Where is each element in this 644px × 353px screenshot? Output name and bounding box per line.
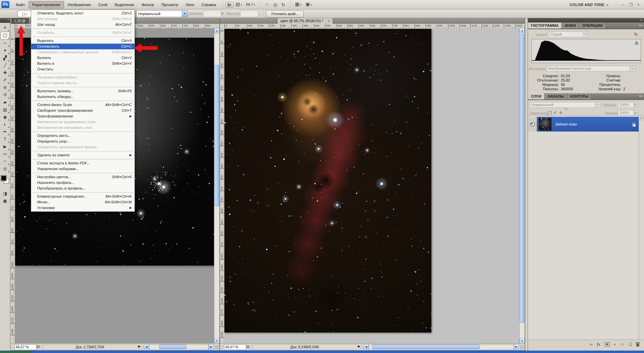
delete-layer-icon[interactable] <box>636 343 639 347</box>
type-tool[interactable]: T <box>1 136 9 143</box>
menu-item-управление-наборами-[interactable]: Управление наборами... <box>31 166 135 172</box>
eyedropper-tool[interactable]: ╱ <box>1 62 9 69</box>
swap-dimensions-icon[interactable]: ⇄ <box>221 11 224 16</box>
path-selection-tool[interactable]: ▶ <box>1 143 9 150</box>
lock-all-icon[interactable] <box>565 110 568 114</box>
vertical-scrollbar[interactable]: ▲ ▼ <box>519 28 525 344</box>
chevron-down-icon[interactable]: ▼ <box>583 32 589 37</box>
scroll-up-icon[interactable]: ▲ <box>639 115 644 120</box>
quick-selection-tool[interactable]: ✦ <box>1 47 9 54</box>
channel-select[interactable]: Серый ▼ <box>549 32 589 37</box>
scroll-up-icon[interactable]: ▲ <box>520 28 525 33</box>
adjustment-layer-icon[interactable]: ◐ <box>614 342 616 347</box>
crop-tool[interactable]: ▞ <box>1 54 9 62</box>
tools-collapse-button[interactable]: » <box>0 18 10 23</box>
document-tab-color[interactable]: цвет @ 66,7% (RGB/16) * × <box>277 18 333 24</box>
opacity-spinner-icon[interactable]: ▶ <box>634 102 638 108</box>
horizontal-scrollbar[interactable] <box>149 344 209 350</box>
histogram-tab-инфо[interactable]: ИНФО <box>562 22 579 29</box>
history-brush-tool[interactable]: ↺ <box>1 91 9 99</box>
menu-item-преобразовать-в-профиль-[interactable]: Преобразовать в профиль... <box>31 186 135 191</box>
layers-tab-каналы[interactable]: КАНАЛЫ <box>545 93 567 99</box>
menubar-item-Выделение[interactable]: Выделение <box>111 1 138 8</box>
menu-item-шаг-назад[interactable]: Шаг назадAlt+Ctrl+Z <box>31 22 135 28</box>
scroll-left-icon[interactable]: ◀ <box>144 344 149 349</box>
scroll-right-icon[interactable]: ▶ <box>209 344 214 349</box>
scrollbar-thumb[interactable] <box>520 34 524 323</box>
menubar-item-Окно[interactable]: Окно <box>182 1 198 8</box>
status-flyout-icon[interactable]: ▶ <box>358 345 360 348</box>
healing-brush-tool[interactable]: ✚ <box>1 69 9 77</box>
pen-tool[interactable]: ✒ <box>1 128 9 136</box>
horsehead-nebula-image[interactable] <box>224 29 431 333</box>
menu-item-вырезать[interactable]: ВырезатьCtrl+X <box>31 38 135 44</box>
histogram-panel-menu-icon[interactable]: ▼≡ <box>639 24 643 27</box>
document-tab-label[interactable]: цвет @ 66,7% (RGB/16) * <box>280 19 323 23</box>
magnifier-icon[interactable]: ◎ <box>271 1 279 8</box>
layer-visibility-toggle[interactable] <box>528 117 537 132</box>
document-tab-ltif[interactable]: L.tif @ <box>11 18 29 24</box>
panel-collapse-button[interactable]: » <box>528 18 644 22</box>
bridge-button[interactable]: Br <box>225 2 233 7</box>
menu-item-отменить-выделить-холст[interactable]: Отменить: Выделить холстCtrl+Z <box>31 10 135 16</box>
resize-grip[interactable] <box>520 345 524 350</box>
layer-name[interactable]: Задний план <box>553 122 633 126</box>
menu-item-меню-[interactable]: Меню...Alt+Shift+Ctrl+M <box>31 199 135 205</box>
foreground-color-swatch[interactable] <box>1 175 6 181</box>
layer-effects-icon[interactable]: fx <box>597 342 600 347</box>
height-input[interactable] <box>240 10 258 17</box>
hand-icon[interactable]: ☞ <box>263 1 271 8</box>
menubar-item-Фильтр[interactable]: Фильтр <box>138 1 158 8</box>
menu-item-определить-узор-[interactable]: Определить узор... <box>31 139 135 144</box>
menu-item-свободное-трансформирование[interactable]: Свободное трансформированиеCtrl+T <box>31 108 135 113</box>
layer-row-background[interactable]: Задний план <box>528 117 639 132</box>
menubar-item-Редактирование[interactable]: Редактирование <box>29 1 64 8</box>
layers-tab-контуры[interactable]: КОНТУРЫ <box>567 93 592 99</box>
window-minimize-button[interactable]: ─ <box>619 2 627 7</box>
menu-item-выполнить-заливку-[interactable]: Выполнить заливку...Shift+F5 <box>31 88 135 94</box>
layer-thumbnail[interactable] <box>537 118 553 131</box>
resize-grip[interactable] <box>215 345 219 350</box>
view-extras-icon[interactable]: ▤▾ <box>233 0 244 9</box>
move-tool[interactable]: ✛ <box>1 24 9 32</box>
menu-item-установки[interactable]: Установки▶ <box>31 205 135 211</box>
shape-tool[interactable]: ▭ <box>1 150 9 158</box>
width-input[interactable] <box>203 10 221 17</box>
window-restore-button[interactable]: ❐ <box>627 2 635 7</box>
chevron-down-icon[interactable]: ▼ <box>182 11 187 17</box>
scroll-up-icon[interactable]: ▲ <box>214 28 219 33</box>
layer-group-icon[interactable]: ▱ <box>621 342 624 347</box>
rectangular-marquee-tool[interactable]: ▢ <box>0 32 10 40</box>
color-image-area[interactable] <box>224 29 431 333</box>
scrollbar-thumb[interactable] <box>215 65 219 206</box>
zoom-level-value[interactable]: 66,7 <box>246 2 253 6</box>
blend-mode-select[interactable]: Нормальный ▼ <box>530 102 601 108</box>
histogram-tab-операции[interactable]: ОПЕРАЦИИ <box>579 22 606 29</box>
menu-item-клавиатурные-сокращения-[interactable]: Клавиатурные сокращения...Alt+Shift+Ctrl… <box>31 194 135 199</box>
lasso-tool[interactable]: ∽ <box>1 40 9 47</box>
cached-data-warning-icon[interactable]: ! <box>634 41 639 45</box>
tab-close-icon[interactable]: × <box>328 19 330 23</box>
menu-item-вклеить-в[interactable]: Вклеить вShift+Ctrl+V <box>31 61 135 66</box>
menu-item-очистить[interactable]: Очистить <box>31 66 135 72</box>
clone-stamp-tool[interactable]: ⊚ <box>1 84 9 91</box>
blur-tool[interactable]: ◉ <box>1 113 9 121</box>
eraser-tool[interactable]: ▰ <box>1 99 9 106</box>
lock-pixels-icon[interactable]: ✐ <box>553 110 557 115</box>
chevron-down-icon[interactable]: ▼ <box>595 102 600 107</box>
opacity-field[interactable]: 100% <box>618 102 634 108</box>
menubar-item-Просмотр[interactable]: Просмотр <box>158 1 182 8</box>
menu-item-удалить-из-памяти[interactable]: Удалить из памяти▶ <box>31 152 135 158</box>
screen-mode-icon[interactable]: ▣▾ <box>304 0 314 9</box>
menu-item-назначить-профиль-[interactable]: Назначить профиль... <box>31 180 135 186</box>
tool-preset-picker[interactable]: ▢▾ <box>17 10 32 17</box>
menu-item-настройка-цветов-[interactable]: Настройка цветов...Shift+Ctrl+K <box>31 174 135 180</box>
arrange-documents-icon[interactable]: ▦▾ <box>293 0 304 9</box>
status-zoom-field[interactable]: 66,67 % <box>224 344 246 350</box>
menubar-item-Изображение[interactable]: Изображение <box>64 1 95 8</box>
new-layer-icon[interactable]: ❏ <box>628 342 632 347</box>
layers-panel-menu-icon[interactable]: ▼≡ <box>639 95 643 98</box>
selection-style-select[interactable]: Нормальный ▼ <box>136 10 188 17</box>
menu-item-вклеить[interactable]: ВклеитьCtrl+V <box>31 55 135 61</box>
scroll-left-icon[interactable]: ◀ <box>364 344 369 349</box>
